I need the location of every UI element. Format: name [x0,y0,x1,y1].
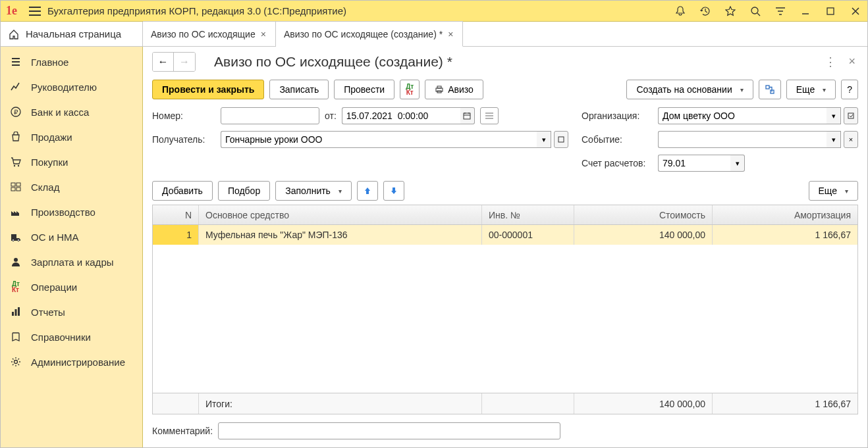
open-icon[interactable] [844,107,858,124]
comment-input[interactable] [218,422,560,439]
truck-icon [10,231,22,243]
account-input[interactable] [658,155,730,172]
col-amort-header[interactable]: Амортизация [713,205,857,224]
chart-line-icon [10,81,22,93]
history-icon[interactable] [699,5,712,18]
tab-1[interactable]: Авизо по ОС исходящее (создание) * × [276,21,463,47]
bell-icon[interactable] [674,5,687,18]
move-down-button[interactable] [383,181,404,201]
main-panel: ← → Авизо по ОС исходящее (создание) * ⋮… [143,47,867,447]
tab-close-icon[interactable]: × [447,29,454,39]
sidebar-item-main[interactable]: Главное [1,49,142,74]
window-title: Бухгалтерия предприятия КОРП, редакция 3… [47,5,674,16]
dropdown-icon[interactable]: ▾ [537,131,551,148]
post-close-button[interactable]: Провести и закрыть [152,80,264,99]
sidebar-label: Зарплата и кадры [31,257,114,268]
dropdown-icon[interactable]: ▾ [827,107,841,124]
structure-button[interactable] [759,80,781,99]
col-n-header[interactable]: N [153,205,199,224]
star-icon[interactable] [724,5,737,18]
post-button[interactable]: Провести [334,80,394,99]
close-icon[interactable] [849,5,862,18]
sidebar-label: Продажи [31,132,72,143]
svg-rect-20 [766,86,769,89]
col-inv-header[interactable]: Инв. № [482,205,574,224]
dtkt-button[interactable]: ДтКт [400,80,420,99]
svg-rect-18 [437,86,441,88]
col-cost-header[interactable]: Стоимость [574,205,713,224]
aviso-button[interactable]: Авизо [425,80,483,99]
hamburger-icon[interactable] [29,7,41,16]
kebab-icon[interactable]: ⋮ [822,52,839,72]
recipient-input[interactable] [221,131,537,148]
nav-back-button[interactable]: ← [153,53,174,71]
filter-icon[interactable] [774,5,787,18]
create-based-button[interactable]: Создать на основании [626,80,753,99]
calendar-icon[interactable] [460,107,475,124]
sidebar-label: Главное [31,57,68,68]
search-icon[interactable] [749,5,762,18]
book-icon [10,331,22,343]
close-panel-icon[interactable]: × [846,52,858,72]
sidebar-item-bank[interactable]: ₽Банк и касса [1,99,142,124]
title-icons [674,5,862,18]
date-input[interactable] [342,107,460,124]
list-icon [10,56,22,68]
foot-cost: 140 000,00 [574,393,713,414]
minimize-icon[interactable] [799,5,812,18]
col-name-header[interactable]: Основное средство [199,205,482,224]
number-input[interactable] [221,107,319,124]
event-input[interactable] [658,131,827,148]
sidebar-label: Покупки [31,157,68,168]
table-row[interactable]: 1 Муфельная печь "Жар" МЭП-136 00-000001… [153,225,857,245]
cell-inv: 00-000001 [482,225,574,245]
pick-button[interactable]: Подбор [218,181,270,201]
fill-button[interactable]: Заполнить [275,181,352,201]
sidebar-item-warehouse[interactable]: Склад [1,174,142,199]
printer-icon [435,85,444,94]
home-icon [9,29,19,39]
sidebar-item-operations[interactable]: ДтКтОперации [1,274,142,299]
clear-icon[interactable]: × [844,131,858,148]
svg-point-11 [18,239,20,241]
svg-point-4 [14,165,15,166]
more-button[interactable]: Еще [786,80,836,99]
sidebar-item-manager[interactable]: Руководителю [1,74,142,99]
sidebar-item-purchases[interactable]: Покупки [1,149,142,174]
table-more-button[interactable]: Еще [809,181,859,201]
sidebar-item-reports[interactable]: Отчеты [1,299,142,324]
dropdown-icon[interactable]: ▾ [827,131,841,148]
sidebar: Главное Руководителю ₽Банк и касса Прода… [1,47,143,447]
move-up-button[interactable] [357,181,378,201]
list-small-icon[interactable] [480,107,499,124]
sidebar-item-catalogs[interactable]: Справочники [1,324,142,349]
help-button[interactable]: ? [841,80,858,99]
sidebar-item-sales[interactable]: Продажи [1,124,142,149]
svg-rect-15 [18,307,20,316]
dropdown-icon[interactable]: ▾ [730,155,745,172]
org-input[interactable] [658,107,827,124]
cell-n: 1 [153,225,199,245]
maximize-icon[interactable] [824,5,837,18]
sidebar-item-production[interactable]: Производство [1,199,142,224]
tab-home[interactable]: Начальная страница [1,22,143,46]
recipient-label: Получатель: [152,134,215,145]
tab-0[interactable]: Авизо по ОС исходящие × [143,21,276,47]
write-button[interactable]: Записать [269,80,329,99]
sidebar-label: Руководителю [31,82,97,93]
svg-rect-1 [827,8,834,14]
svg-rect-22 [464,113,470,119]
ruble-icon: ₽ [10,106,22,118]
comment-row: Комментарий: [152,422,858,439]
svg-point-5 [18,165,19,166]
svg-text:₽: ₽ [14,109,18,116]
open-icon[interactable] [554,131,568,148]
sidebar-item-os-nma[interactable]: ОС и НМА [1,224,142,249]
foot-amort: 1 166,67 [713,393,857,414]
sidebar-item-admin[interactable]: Администрирование [1,349,142,374]
sidebar-item-hr[interactable]: Зарплата и кадры [1,249,142,274]
tab-home-label: Начальная страница [26,28,121,39]
table-footer: Итоги: 140 000,00 1 166,67 [153,393,857,414]
add-button[interactable]: Добавить [152,181,213,201]
tab-close-icon[interactable]: × [259,29,267,39]
